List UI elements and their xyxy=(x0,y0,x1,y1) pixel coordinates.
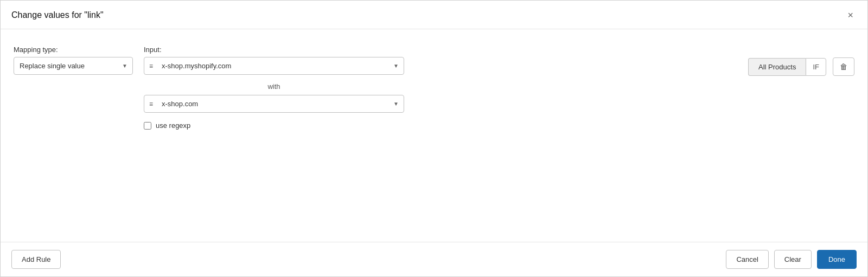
trash-icon: 🗑 xyxy=(840,62,847,71)
with-select[interactable]: x-shop.com xyxy=(144,95,404,113)
input-select[interactable]: x-shop.myshopify.com xyxy=(144,57,404,75)
done-button[interactable]: Done xyxy=(817,250,857,269)
mapping-type-group: Mapping type: Replace single value Repla… xyxy=(14,46,133,75)
if-button[interactable]: IF xyxy=(806,58,826,76)
regexp-row: use regexp xyxy=(144,121,854,130)
regexp-checkbox[interactable] xyxy=(144,122,151,130)
regexp-label[interactable]: use regexp xyxy=(156,121,190,130)
mapping-type-wrapper: Replace single value Replace multiple va… xyxy=(14,57,133,75)
close-button[interactable]: × xyxy=(844,9,857,21)
footer-right: Cancel Clear Done xyxy=(726,250,857,269)
mapping-type-select[interactable]: Replace single value Replace multiple va… xyxy=(14,57,133,75)
input-group: Input: ≡ x-shop.myshopify.com ▼ xyxy=(144,46,404,75)
rule-row: Mapping type: Replace single value Repla… xyxy=(14,46,854,76)
with-wrapper: ≡ x-shop.com ▼ xyxy=(144,95,404,113)
footer-left: Add Rule xyxy=(11,250,61,269)
all-products-button[interactable]: All Products xyxy=(748,58,806,76)
input-label: Input: xyxy=(144,46,404,54)
modal-body: Mapping type: Replace single value Repla… xyxy=(1,29,867,242)
add-rule-button[interactable]: Add Rule xyxy=(11,250,61,269)
change-values-modal: Change values for "link" × Mapping type:… xyxy=(0,0,868,277)
modal-footer: Add Rule Cancel Clear Done xyxy=(1,242,867,276)
with-label: with xyxy=(144,82,404,91)
right-actions: All Products IF 🗑 xyxy=(748,57,854,76)
mapping-type-label: Mapping type: xyxy=(14,46,133,54)
cancel-button[interactable]: Cancel xyxy=(726,250,768,269)
delete-button[interactable]: 🗑 xyxy=(833,57,854,76)
clear-button[interactable]: Clear xyxy=(774,250,812,269)
input-wrapper: ≡ x-shop.myshopify.com ▼ xyxy=(144,57,404,75)
with-row: with ≡ x-shop.com ▼ xyxy=(144,82,854,113)
modal-header: Change values for "link" × xyxy=(1,1,867,29)
modal-title: Change values for "link" xyxy=(11,10,104,20)
